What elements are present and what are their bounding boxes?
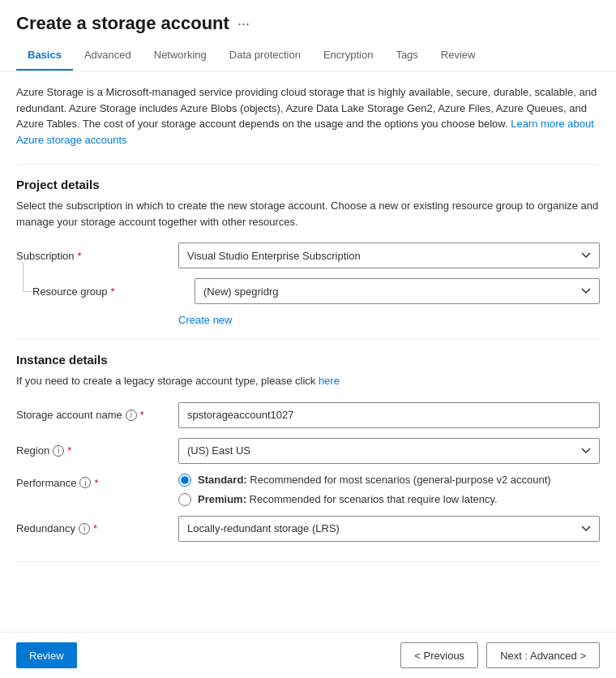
resource-group-field: (New) spegridrg <box>195 278 600 304</box>
tab-navigation: Basics Advanced Networking Data protecti… <box>0 41 616 71</box>
redundancy-required: * <box>93 522 97 534</box>
resource-group-label: Resource group * <box>32 285 195 298</box>
create-new-link[interactable]: Create new <box>178 314 600 326</box>
region-field: (US) East US <box>178 438 600 464</box>
subscription-required: * <box>78 250 82 262</box>
divider-1 <box>16 164 600 165</box>
region-label: Region i * <box>16 444 178 457</box>
next-button[interactable]: Next : Advanced > <box>486 642 600 668</box>
subscription-label: Subscription * <box>16 250 178 262</box>
performance-field: Standard: Recommended for most scenarios… <box>178 474 600 506</box>
review-button[interactable]: Review <box>16 642 77 668</box>
storage-name-input[interactable] <box>178 402 600 428</box>
storage-name-info-icon[interactable]: i <box>126 410 137 421</box>
page-title: Create a storage account <box>16 13 229 34</box>
page-description: Azure Storage is a Microsoft-managed ser… <box>16 84 600 148</box>
previous-button[interactable]: < Previous <box>400 642 478 668</box>
tab-basics[interactable]: Basics <box>16 41 73 71</box>
redundancy-info-icon[interactable]: i <box>79 523 90 534</box>
performance-row: Performance i * Standard: Recommended fo… <box>16 474 600 506</box>
tab-encryption[interactable]: Encryption <box>312 41 384 71</box>
instance-details-title: Instance details <box>16 353 600 367</box>
performance-premium-radio[interactable] <box>178 493 191 506</box>
more-options-icon[interactable]: ··· <box>237 15 250 32</box>
redundancy-label: Redundancy i * <box>16 522 178 534</box>
storage-name-field <box>178 402 600 428</box>
performance-premium-option[interactable]: Premium: Recommended for scenarios that … <box>178 493 600 506</box>
subscription-select[interactable]: Visual Studio Enterprise Subscription <box>178 242 600 268</box>
performance-label: Performance i * <box>16 474 178 489</box>
performance-radio-group: Standard: Recommended for most scenarios… <box>178 474 600 506</box>
footer: Review < Previous Next : Advanced > <box>0 632 616 678</box>
resource-group-select[interactable]: (New) spegridrg <box>195 278 600 304</box>
region-select[interactable]: (US) East US <box>178 438 600 464</box>
legacy-text: If you need to create a legacy storage a… <box>16 373 600 389</box>
subscription-row: Subscription * Visual Studio Enterprise … <box>16 242 600 268</box>
region-required: * <box>67 444 71 457</box>
tab-review[interactable]: Review <box>430 41 487 71</box>
region-info-icon[interactable]: i <box>53 445 64 457</box>
performance-required: * <box>94 477 98 489</box>
storage-name-label: Storage account name i * <box>16 409 178 421</box>
legacy-link[interactable]: here <box>319 375 340 387</box>
tab-data-protection[interactable]: Data protection <box>218 41 312 71</box>
project-details-desc: Select the subscription in which to crea… <box>16 198 600 230</box>
page-header: Create a storage account ··· <box>0 0 616 34</box>
subscription-field: Visual Studio Enterprise Subscription <box>178 242 600 268</box>
tab-advanced[interactable]: Advanced <box>73 41 143 71</box>
redundancy-select[interactable]: Locally-redundant storage (LRS) <box>178 516 600 542</box>
redundancy-field: Locally-redundant storage (LRS) <box>178 516 600 542</box>
storage-name-row: Storage account name i * <box>16 402 600 428</box>
performance-standard-option[interactable]: Standard: Recommended for most scenarios… <box>178 474 600 487</box>
resource-group-row: Resource group * (New) spegridrg <box>16 278 600 304</box>
performance-standard-radio[interactable] <box>178 474 191 487</box>
redundancy-row: Redundancy i * Locally-redundant storage… <box>16 516 600 542</box>
tab-tags[interactable]: Tags <box>384 41 429 71</box>
divider-bottom <box>16 561 600 562</box>
performance-info-icon[interactable]: i <box>79 477 91 488</box>
region-row: Region i * (US) East US <box>16 438 600 464</box>
divider-2 <box>16 339 600 340</box>
tab-networking[interactable]: Networking <box>143 41 218 71</box>
storage-name-required: * <box>140 409 144 421</box>
project-details-title: Project details <box>16 178 600 191</box>
resource-group-required: * <box>111 285 115 298</box>
